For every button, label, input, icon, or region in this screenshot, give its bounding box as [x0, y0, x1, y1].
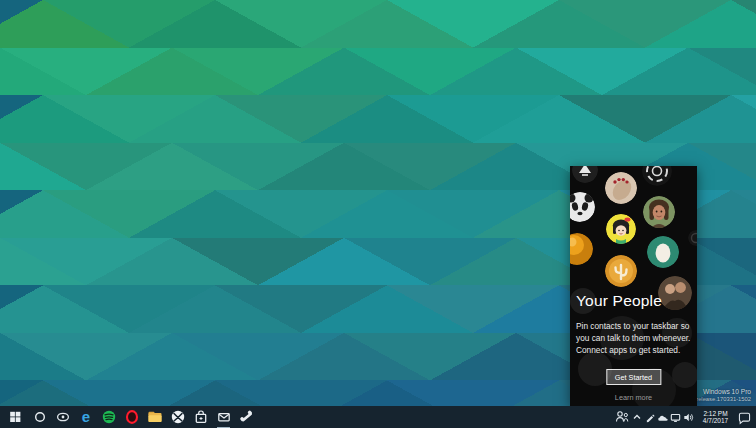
- clock[interactable]: 2:12 PM 4/7/2017: [698, 410, 733, 425]
- svg-text:e: e: [81, 408, 89, 425]
- taskbar: e: [0, 406, 756, 428]
- people-flyout-description: Pin contacts to your taskbar so you can …: [576, 321, 692, 356]
- action-center-button[interactable]: [736, 406, 753, 428]
- file-explorer-button[interactable]: [143, 406, 166, 428]
- xbox-icon: [167, 406, 189, 428]
- onedrive-button[interactable]: [656, 406, 669, 428]
- start-button[interactable]: [5, 406, 28, 428]
- desktop[interactable]: Windows 10 Pro rs_prerelease.170331-1502: [0, 0, 756, 428]
- clock-time: 2:12 PM: [698, 410, 733, 418]
- people-tray-button[interactable]: [613, 406, 630, 428]
- store-bag-icon: [190, 406, 212, 428]
- avatar-woman-photo: [643, 196, 675, 228]
- action-center-icon: [737, 410, 752, 425]
- opera-button[interactable]: [120, 406, 143, 428]
- edge-button[interactable]: e: [74, 406, 97, 428]
- folder-icon: [144, 406, 166, 428]
- display-tray-button[interactable]: [669, 406, 682, 428]
- spotify-icon: [98, 406, 120, 428]
- clock-date: 4/7/2017: [698, 417, 733, 425]
- volume-button[interactable]: [682, 406, 695, 428]
- chevron-up-icon: [631, 411, 643, 423]
- spotify-button[interactable]: [97, 406, 120, 428]
- avatar-egg-on-teal: [647, 236, 679, 268]
- mail-envelope-icon: [213, 406, 235, 428]
- avatar-record-pattern: [642, 166, 672, 186]
- avatar-orange-sphere: [570, 233, 593, 265]
- avatar-panda: [570, 192, 595, 222]
- xbox-button[interactable]: [166, 406, 189, 428]
- cloud-icon: [656, 411, 669, 424]
- hidden-icons-button[interactable]: [630, 406, 643, 428]
- system-tray: 2:12 PM 4/7/2017: [613, 406, 756, 428]
- people-flyout-title: Your People: [576, 292, 662, 310]
- phone-button[interactable]: [235, 406, 258, 428]
- avatar-couple-photo: [658, 276, 692, 310]
- phone-icon: [236, 406, 258, 428]
- edge-icon: e: [75, 406, 97, 428]
- task-view-icon: [52, 406, 74, 428]
- get-started-button[interactable]: Get Started: [606, 369, 661, 385]
- display-icon: [669, 411, 682, 424]
- learn-more-link[interactable]: Learn more: [570, 393, 697, 402]
- cortana-button[interactable]: [28, 406, 51, 428]
- store-button[interactable]: [189, 406, 212, 428]
- avatar-cartoon-girl: [606, 214, 636, 244]
- avatar-hand-with-nails: [605, 172, 637, 204]
- pen-icon: [644, 411, 656, 423]
- avatar-mini-dark: [688, 230, 697, 246]
- mail-button[interactable]: [212, 406, 235, 428]
- volume-icon: [682, 411, 695, 424]
- cortana-circle-icon: [29, 406, 51, 428]
- task-view-button[interactable]: [51, 406, 74, 428]
- opera-icon: [121, 406, 143, 428]
- taskbar-app-buttons: e: [0, 406, 258, 428]
- ink-workspace-button[interactable]: [643, 406, 656, 428]
- avatar-dark-logo: [572, 166, 598, 183]
- your-people-flyout: Your People Pin contacts to your taskbar…: [570, 166, 697, 406]
- people-icon: [614, 409, 630, 425]
- avatar-dimmed: [672, 362, 697, 388]
- avatar-cactus-on-amber: [605, 255, 637, 287]
- windows-logo-icon: [6, 406, 28, 428]
